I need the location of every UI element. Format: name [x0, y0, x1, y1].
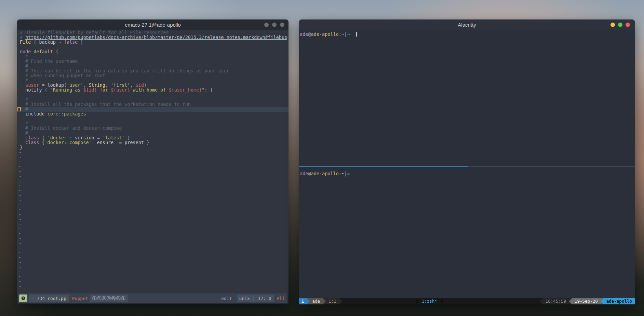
alacritty-window: Alacritty ade@ade-apollo:~|⇒ ade@ade-apo…: [299, 19, 635, 304]
powerline-separator-icon: [307, 298, 310, 304]
tmux-session-name[interactable]: ade: [310, 298, 323, 304]
code-line[interactable]: [17, 93, 289, 97]
tmux-session-index[interactable]: 1: [299, 298, 307, 304]
tmux-spacer: [443, 298, 540, 304]
code-line[interactable]: [17, 116, 289, 121]
code-line[interactable]: # https://github.com/puppetlabs/docs-arc…: [17, 35, 289, 40]
emacs-window-controls: [264, 19, 284, 30]
emacs-hollow-cursor: [17, 107, 21, 111]
tmux-spacer: [342, 298, 416, 304]
empty-line-marker: ~: [17, 226, 289, 231]
code-line[interactable]: # Install docker and docker-compose: [17, 126, 289, 131]
terminal-cursor: [356, 32, 357, 37]
code-line[interactable]: #: [17, 78, 289, 83]
emacs-window: emacs-27.1@ade-apollo # Disable filebuck…: [17, 19, 289, 304]
tmux-status-bar: 1 ade 1:1 1:zsh* 16:45:59 19-Sep-20 ade-…: [299, 298, 635, 304]
code-line[interactable]: # Disable filebucket by default for all …: [17, 30, 289, 35]
code-line[interactable]: class {'docker::compose': ensure ⇒ prese…: [17, 140, 289, 145]
code-line[interactable]: # This can be set in the hira data so yo…: [17, 69, 289, 73]
powerline-separator-icon: [323, 298, 326, 304]
tmux-active-window[interactable]: 1:zsh*: [419, 298, 440, 304]
empty-line-marker: ~: [17, 284, 289, 289]
empty-line-marker: ~: [17, 270, 289, 274]
empty-line-marker: ~: [17, 198, 289, 203]
empty-line-marker: ~: [17, 179, 289, 183]
empty-line-marker: ~: [17, 203, 289, 207]
major-mode-label[interactable]: Puppet: [72, 296, 88, 301]
line-truncation-arrow-icon: →: [285, 35, 287, 40]
code-line[interactable]: $user = lookup('user', String, 'first', …: [17, 83, 289, 88]
empty-line-marker: ~: [17, 236, 289, 241]
window-button-icon[interactable]: [280, 23, 284, 27]
powerline-separator-icon: [569, 298, 572, 304]
empty-line-marker: ~: [17, 212, 289, 217]
code-line[interactable]: #: [17, 131, 289, 136]
code-line[interactable]: }: [17, 145, 289, 150]
emacs-buffer[interactable]: # Disable filebucket by default for all …: [17, 30, 289, 293]
powerline-separator-icon: [416, 298, 419, 304]
buffer-state-label: edit: [221, 296, 232, 301]
tmux-date: 19-Sep-20: [572, 298, 601, 304]
empty-line-marker: ~: [17, 260, 289, 265]
window-button-icon[interactable]: [264, 23, 269, 27]
empty-line-marker: ~: [17, 183, 289, 188]
code-line[interactable]: node default {: [17, 50, 289, 54]
tmux-pane-divider[interactable]: [299, 166, 635, 167]
desktop: { "colors": { "tok_comment":"#5b6472","t…: [0, 0, 644, 316]
maximize-button-icon[interactable]: [618, 23, 622, 27]
code-line[interactable]: # Install all the packages that the work…: [17, 102, 289, 107]
powerline-separator-icon: [601, 298, 604, 304]
code-line[interactable]: # when running puppet as root: [17, 73, 289, 78]
shell-prompt-top-pane[interactable]: ade@ade-apollo:~|⇒: [300, 31, 357, 37]
empty-line-marker: ~: [17, 217, 289, 222]
alacritty-window-controls: [611, 19, 630, 30]
terminal-body[interactable]: ade@ade-apollo:~|⇒ ade@ade-apollo:~|⇒: [299, 30, 635, 298]
empty-line-marker: ~: [17, 169, 289, 174]
empty-line-marker: ~: [17, 193, 289, 198]
workspace-indicator-icon: ❶: [19, 294, 27, 302]
alacritty-window-title: Alacritty: [458, 22, 476, 28]
code-line[interactable]: #: [17, 64, 289, 69]
tmux-clock: 16:45:59: [543, 298, 569, 304]
emacs-modeline: ❶ - 734 root.pp Puppet ⓈⓎⓅⓐⓌⓀⓈ edit unix…: [18, 293, 287, 303]
window-button-icon[interactable]: [272, 23, 277, 27]
shell-prompt-bottom-pane[interactable]: ade@ade-apollo:~|⇒: [300, 171, 350, 176]
minor-modes-icons: ⓈⓎⓅⓐⓌⓀⓈ: [90, 294, 128, 302]
tmux-window-id: 1:1: [326, 298, 339, 304]
empty-line-marker: ~: [17, 150, 289, 155]
tmux-hostname: ade-apollo: [604, 298, 635, 304]
powerline-separator-icon: [540, 298, 543, 304]
empty-line-marker: ~: [17, 164, 289, 169]
code-line[interactable]: notify { "Running as ${id} for ${user} w…: [17, 88, 289, 93]
empty-line-marker: ~: [17, 160, 289, 164]
code-line[interactable]: # Find the username: [17, 59, 289, 64]
empty-line-marker: ~: [17, 241, 289, 246]
empty-line-marker: ~: [17, 188, 289, 193]
minimize-button-icon[interactable]: [611, 23, 615, 27]
empty-line-marker: ~: [17, 274, 289, 279]
powerline-separator-icon: [339, 298, 342, 304]
code-line[interactable]: #: [17, 107, 289, 112]
empty-line-marker: ~: [17, 155, 289, 160]
modeline-buffer-info: - 734 root.pp: [29, 294, 69, 302]
buffer-name: root.pp: [48, 296, 66, 301]
code-line[interactable]: #: [17, 54, 289, 59]
empty-line-marker: ~: [17, 250, 289, 255]
code-line[interactable]: #: [17, 97, 289, 102]
close-button-icon[interactable]: [626, 23, 630, 27]
alacritty-titlebar[interactable]: Alacritty: [299, 19, 635, 30]
empty-line-marker: ~: [17, 174, 289, 179]
empty-line-marker: ~: [17, 265, 289, 270]
encoding-position-label: unix | 17: 0: [237, 294, 274, 302]
code-line[interactable]: File { backup ⇒ false }: [17, 40, 289, 45]
powerline-separator-icon: [440, 298, 443, 304]
scroll-position-label: All: [277, 296, 285, 301]
emacs-titlebar[interactable]: emacs-27.1@ade-apollo: [17, 19, 289, 30]
code-line[interactable]: #: [17, 121, 289, 126]
empty-line-marker: ~: [17, 246, 289, 250]
empty-line-marker: ~: [17, 279, 289, 284]
code-line[interactable]: include core::packages: [17, 112, 289, 116]
code-line[interactable]: [17, 45, 289, 50]
code-line[interactable]: class { 'docker': version ⇒ 'latest' }: [17, 136, 289, 140]
empty-line-marker: ~: [17, 255, 289, 260]
